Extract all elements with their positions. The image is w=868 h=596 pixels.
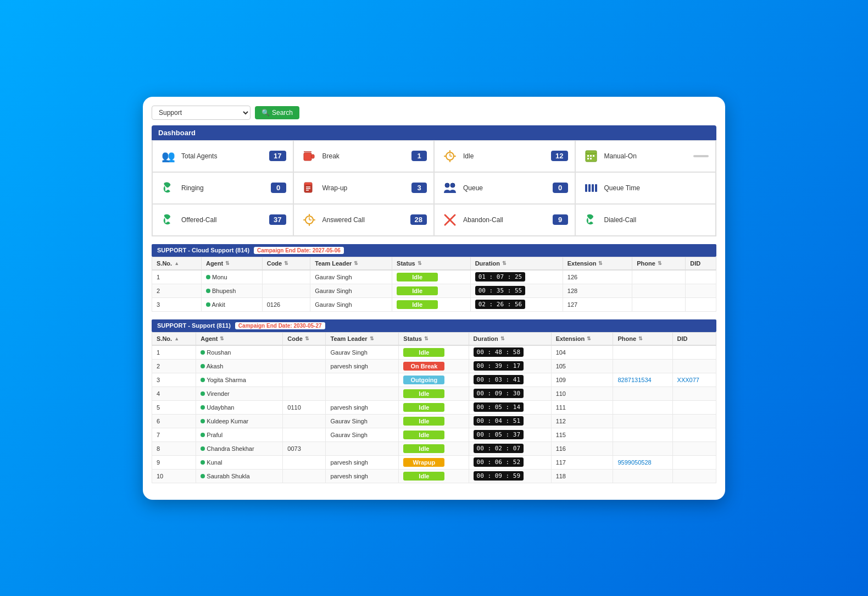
cell-phone	[613, 400, 672, 414]
cell-status: Idle	[392, 284, 471, 297]
break-label: Break	[322, 152, 340, 160]
cell-did	[686, 284, 716, 297]
svg-rect-13	[590, 155, 592, 157]
cell-agent: Kunal	[196, 455, 283, 469]
status-badge: Idle	[403, 403, 444, 412]
duration-value: 00 : 03 : 41	[474, 375, 524, 384]
table-row[interactable]: 10 Saurabh Shukla parvesh singh Idle 00 …	[152, 469, 716, 483]
status-badge: Wrapup	[403, 458, 444, 467]
table-row[interactable]: 1 Monu Gaurav Singh Idle 01 : 07 : 25 12…	[152, 270, 716, 284]
agent-status-dot	[201, 446, 205, 451]
th-did-1: DID	[686, 257, 716, 270]
cell-did	[672, 400, 716, 414]
table-row[interactable]: 2 Akash parvesh singh On Break 00 : 39 :…	[152, 359, 716, 373]
cell-status: Idle	[399, 414, 469, 428]
duration-value: 00 : 48 : 58	[474, 347, 524, 357]
metric-abandon-call[interactable]: Abandon-Call 9	[434, 204, 575, 236]
status-badge: Idle	[403, 444, 444, 453]
metric-manual-on[interactable]: Manual-On	[575, 140, 716, 172]
cell-code: 0110	[283, 400, 326, 414]
cell-phone	[632, 270, 686, 284]
cell-phone	[613, 428, 672, 442]
cell-phone	[632, 297, 686, 311]
table-row[interactable]: 6 Kuldeep Kumar Gaurav Singh Idle 00 : 0…	[152, 414, 716, 428]
cell-code	[283, 414, 326, 428]
table-row[interactable]: 8 Chandra Shekhar 0073 Idle 00 : 02 : 07…	[152, 442, 716, 455]
section1-title: SUPPORT - Cloud Support (814)	[157, 247, 249, 253]
cell-extension: 112	[551, 414, 613, 428]
metric-idle[interactable]: Idle 12	[434, 140, 575, 172]
cell-sno: 9	[152, 455, 196, 469]
th-sno-1: S.No.▲	[152, 257, 202, 270]
table-row[interactable]: 3 Ankit 0126 Gaurav Singh Idle 02 : 26 :…	[152, 297, 716, 311]
cell-sno: 3	[152, 373, 196, 387]
cell-status: Idle	[399, 400, 469, 414]
table-row[interactable]: 1 Roushan Gaurav Singh Idle 00 : 48 : 58…	[152, 345, 716, 360]
cell-status: Idle	[399, 469, 469, 483]
cell-status: On Break	[399, 359, 469, 373]
search-button[interactable]: 🔍 Search	[255, 106, 299, 119]
phone-link[interactable]: 9599050528	[617, 459, 651, 466]
cell-did	[672, 414, 716, 428]
cell-phone	[613, 442, 672, 455]
cell-extension: 127	[563, 297, 632, 311]
cell-sno: 1	[152, 270, 202, 284]
abandon-call-label: Abandon-Call	[463, 216, 503, 224]
offered-call-label: Offered-Call	[181, 216, 216, 224]
support-select[interactable]: Support	[152, 106, 251, 120]
metric-queue[interactable]: Queue 0	[434, 172, 575, 204]
table-row[interactable]: 7 Praful Gaurav Singh Idle 00 : 05 : 37 …	[152, 428, 716, 442]
cell-duration: 00 : 39 : 17	[469, 359, 551, 373]
cell-extension: 105	[551, 359, 613, 373]
agent-status-dot	[206, 289, 210, 293]
cell-duration: 00 : 48 : 58	[469, 345, 551, 360]
th-sno-2: S.No.▲	[152, 332, 196, 345]
th-duration-2: Duration⇅	[469, 332, 551, 345]
metric-total-agents[interactable]: 👥 Total Agents 17	[152, 140, 293, 172]
break-icon	[301, 147, 318, 165]
cell-teamleader: parvesh singh	[326, 359, 399, 373]
metric-queue-time[interactable]: Queue Time	[575, 172, 716, 204]
cell-duration: 00 : 09 : 59	[469, 469, 551, 483]
cell-agent: Roushan	[196, 345, 283, 360]
phone-link[interactable]: 8287131534	[617, 377, 651, 383]
table-row[interactable]: 2 Bhupesh Gaurav Singh Idle 00 : 35 : 55…	[152, 284, 716, 297]
cell-phone	[613, 387, 672, 400]
cell-duration: 00 : 03 : 41	[469, 373, 551, 387]
th-teamleader-1: Team Leader⇅	[310, 257, 392, 270]
table-row[interactable]: 4 Virender Idle 00 : 09 : 30 110	[152, 387, 716, 400]
cell-code	[283, 359, 326, 373]
th-agent-1: Agent⇅	[201, 257, 262, 270]
answered-call-value: 28	[410, 214, 427, 225]
cell-code	[283, 373, 326, 387]
table-row[interactable]: 3 Yogita Sharma Outgoing 00 : 03 : 41 10…	[152, 373, 716, 387]
table-row[interactable]: 9 Kunal parvesh singh Wrapup 00 : 06 : 5…	[152, 455, 716, 469]
metric-break[interactable]: Break 1	[293, 140, 435, 172]
cell-sno: 2	[152, 284, 202, 297]
cell-teamleader	[326, 373, 399, 387]
svg-point-23	[450, 183, 455, 187]
cell-agent: Monu	[201, 270, 262, 284]
cell-agent: Kuldeep Kumar	[196, 414, 283, 428]
metric-dialed-call[interactable]: Dialed-Call	[575, 204, 716, 236]
cell-sno: 5	[152, 400, 196, 414]
cell-did	[672, 469, 716, 483]
ringing-label: Ringing	[181, 184, 204, 192]
did-link[interactable]: XXX077	[677, 377, 699, 383]
cell-teamleader: Gaurav Singh	[326, 414, 399, 428]
metric-answered-call[interactable]: Answered Call 28	[293, 204, 435, 236]
th-teamleader-2: Team Leader⇅	[326, 332, 399, 345]
top-bar: Support 🔍 Search	[152, 106, 716, 120]
th-phone-1: Phone⇅	[632, 257, 686, 270]
table-row[interactable]: 5 Udaybhan 0110 parvesh singh Idle 00 : …	[152, 400, 716, 414]
total-agents-icon: 👥	[159, 147, 177, 165]
metric-wrap-up[interactable]: Wrap-up 3	[293, 172, 435, 204]
status-badge: Idle	[403, 389, 444, 398]
metric-offered-call[interactable]: Offered-Call 37	[152, 204, 293, 236]
th-code-2: Code⇅	[283, 332, 326, 345]
agent-status-dot	[201, 419, 205, 423]
metric-ringing[interactable]: Ringing 0	[152, 172, 293, 204]
status-badge: Idle	[397, 273, 438, 282]
cell-extension: 118	[551, 469, 613, 483]
cell-duration: 00 : 35 : 55	[470, 284, 563, 297]
